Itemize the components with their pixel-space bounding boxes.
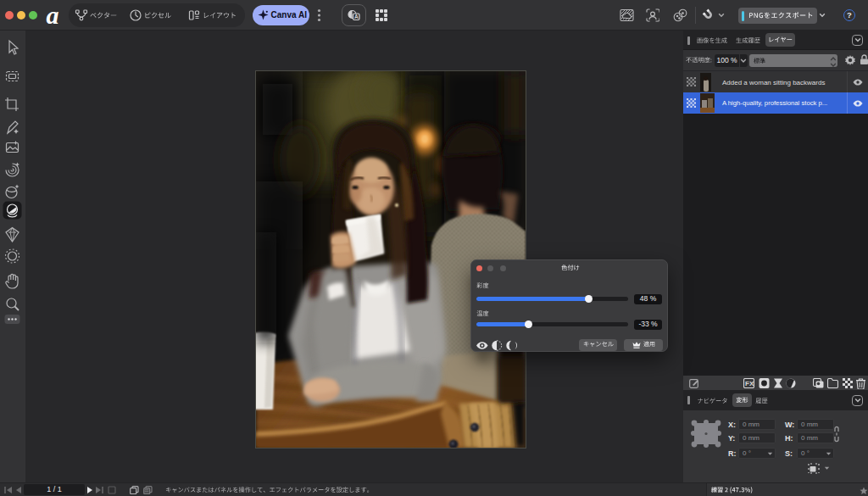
svg-text:A: A [354,14,359,20]
svg-text:FX: FX [745,380,754,387]
